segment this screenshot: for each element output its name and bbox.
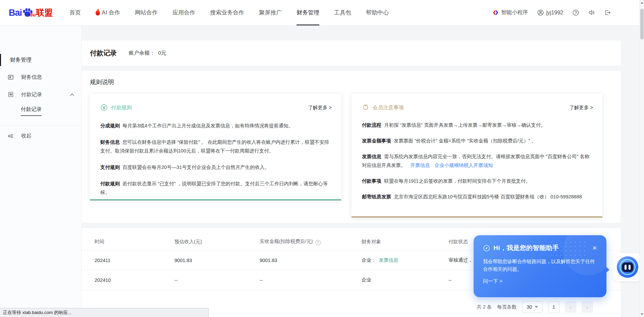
compass-icon	[483, 245, 490, 252]
assistant-title: Hi，我是您的智能助手	[493, 244, 559, 252]
current-page-button[interactable]: 1	[548, 301, 559, 313]
nav-item-ai[interactable]: AI 合作	[96, 0, 120, 25]
rule-paragraph: 分成规则每月第3或4个工作日产出上月分成信息及发票信息，如有特殊情况将提前通知。	[100, 121, 332, 130]
assistant-message: 我会帮助您诊断合作链路问题，以及解答您关于任何合作相关的问题。	[483, 258, 596, 273]
browser-status-bubble: 正在等待 xlab.baidu.com 的响应...	[0, 308, 209, 317]
balance-label: 账户余额：	[129, 50, 155, 56]
miniapp-entry[interactable]: 智能小程序	[492, 9, 528, 16]
logout-icon[interactable]	[604, 9, 611, 16]
miniapp-diamond-icon	[492, 9, 499, 16]
notice-paragraph: 发票信息需与系统内发票信息内容完全一致，否则无法支付。请根据发票信息页面中 “百…	[362, 152, 593, 170]
nav-item-search-biz[interactable]: 搜索业务合作	[210, 0, 244, 25]
collapse-label: 收起	[21, 132, 32, 139]
assistant-robot-button[interactable]	[617, 256, 638, 278]
logo-bai-text: Bai	[9, 8, 22, 18]
per-page-label: 每页条数	[497, 304, 517, 310]
logo-union-text: 联盟	[36, 7, 53, 18]
navbar-right-area: 智能小程序 jyj1992	[492, 9, 611, 16]
column-estimated-income: 预估收入(元)	[174, 234, 260, 250]
account-balance: 账户余额：0元	[129, 50, 166, 57]
close-icon[interactable]: ✕	[592, 245, 597, 252]
cell-entity: 企业：发票信息	[362, 250, 448, 270]
assistant-launcher-badge	[613, 253, 642, 281]
payment-record-icon	[8, 91, 14, 98]
ask-now-link[interactable]: 问一下 >	[483, 278, 597, 284]
total-count: 共 2 条	[477, 304, 492, 310]
money-icon	[100, 104, 108, 111]
column-received-amount: 实收金额(扣除税费后/元)?	[260, 234, 362, 250]
username-label: jyj1992	[546, 10, 563, 16]
cell-entity: 企业	[362, 270, 448, 290]
chevron-up-icon	[70, 93, 74, 96]
main-navigation: 首页 AI 合作 网站合作 应用合作 搜索业务合作 聚屏推广 财务管理 工具包 …	[69, 0, 389, 25]
scrollbar-thumb[interactable]	[640, 9, 644, 40]
rule-paragraph: 支付规则百度联盟会在每月20号—31号支付企业会员上个自然月产生的收入。	[100, 163, 332, 172]
prev-page-button[interactable]: ‹	[565, 301, 576, 313]
nav-item-screen-ads[interactable]: 聚屏推广	[259, 0, 282, 25]
learn-more-link[interactable]: 了解更多 >	[308, 105, 332, 111]
user-account[interactable]: jyj1992	[537, 9, 563, 16]
baidu-union-logo[interactable]: Bai du 联盟	[9, 7, 53, 18]
collapse-icon	[8, 133, 14, 139]
small-taxpayer-link[interactable]: 企业小规模纳税人开票须知	[435, 163, 493, 168]
scroll-up-arrow-icon[interactable]	[641, 2, 643, 4]
nav-item-finance[interactable]: 财务管理	[297, 0, 319, 25]
nav-item-toolkit[interactable]: 工具包	[334, 0, 351, 25]
learn-more-link[interactable]: 了解更多 >	[570, 105, 593, 111]
page-size-select[interactable]: 30	[522, 301, 543, 313]
logo-du-text: du	[30, 12, 36, 17]
notice-paragraph: 发票金额事项发票票面 “价税合计” 金额=系统中 “实收金额（扣除税费后/元）”…	[362, 136, 593, 145]
member-notice-card: 会员注意事项 了解更多 > 付款流程月初按 “发票信息” 页面开具发票→上传发票…	[352, 94, 602, 217]
next-page-button[interactable]: ›	[582, 301, 593, 313]
flame-icon	[96, 10, 100, 15]
pagination: 共 2 条 每页条数 30 1 ‹ ›	[477, 301, 593, 313]
column-time: 时间	[82, 234, 174, 250]
cell-received: 9001.83	[260, 250, 362, 270]
sidebar-divider	[0, 125, 81, 126]
page-header-panel: 付款记录 账户余额：0元	[82, 41, 621, 66]
rule-paragraph: 财务信息您可以在财务信息中选择 “保留付款” 。 在此期间您产生的收入将在账户内…	[100, 138, 332, 155]
sidebar: 财务管理 财务信息 付款记录 付款记录 收起	[0, 25, 81, 317]
notice-icon	[362, 104, 369, 111]
miniapp-label: 智能小程序	[501, 9, 528, 16]
chevron-down-icon	[535, 306, 538, 308]
assistant-popup: Hi，我是您的智能助手 ✕ 我会帮助您诊断合作链路问题，以及解答您关于任何合作相…	[474, 235, 606, 297]
cell-estimated: 9001.83	[174, 250, 260, 270]
sidebar-item-payment-record[interactable]: 付款记录	[0, 88, 81, 101]
sidebar-collapse-button[interactable]: 收起	[0, 132, 81, 139]
cell-time: 202411	[82, 250, 174, 270]
payment-rules-card: 付款规则 了解更多 > 分成规则每月第3或4个工作日产出上月分成信息及发票信息，…	[90, 94, 341, 200]
top-navbar: Bai du 联盟 首页 AI 合作 网站合作 应用合作 搜索业务合作 聚屏推广…	[0, 0, 644, 25]
sound-icon[interactable]	[588, 9, 595, 16]
vertical-scrollbar[interactable]	[639, 0, 644, 317]
rules-panel: 规则说明 付款规则 了解更多 > 分成规则每月第3或4个工作日产出上月分成信息及…	[82, 71, 621, 223]
user-icon	[537, 9, 544, 16]
info-icon[interactable]: ?	[315, 240, 321, 245]
cell-time: 202410	[82, 270, 174, 290]
help-icon[interactable]	[573, 9, 579, 16]
sidebar-item-label: 付款记录	[21, 91, 42, 98]
scroll-down-arrow-icon[interactable]	[641, 313, 643, 315]
robot-face-icon	[622, 262, 633, 272]
notice-paragraph: 付款流程月初按 “发票信息” 页面开具发票→上传发票→邮寄发票→审核→确认支付。	[362, 121, 593, 129]
page-title: 付款记录	[90, 49, 117, 58]
sidebar-item-label: 财务信息	[21, 74, 42, 81]
invoice-info-link[interactable]: 开票信息	[411, 163, 430, 168]
rule-paragraph: 付款规则若付款状态显示 “已支付” ，说明联盟已安排了您的付款。支付后三个工作日…	[100, 179, 332, 197]
cell-received: --	[260, 270, 362, 290]
card-title: 付款规则	[111, 104, 132, 111]
nav-item-app[interactable]: 应用合作	[172, 0, 195, 25]
sidebar-item-finance-info[interactable]: 财务信息	[0, 70, 81, 84]
card-title: 会员注意事项	[373, 104, 404, 111]
notice-paragraph: 付款事项联盟在每月19日之后签收的发票，付款时间安排在下个月首批支付。	[362, 177, 593, 185]
rules-section-title: 规则说明	[90, 78, 612, 86]
sidebar-subitem-payment-record[interactable]: 付款记录	[21, 106, 42, 116]
nav-item-website[interactable]: 网站合作	[135, 0, 158, 25]
sidebar-section-title: 财务管理	[0, 54, 81, 66]
status-text: 正在等待 xlab.baidu.com 的响应...	[3, 310, 71, 316]
notice-paragraph: 邮寄纸质发票北京市海淀区西北旺东路10号院百度科技园5号楼 百度联盟财务组（收）…	[362, 192, 593, 201]
nav-item-home[interactable]: 首页	[69, 0, 81, 25]
balance-value: 0元	[158, 50, 166, 56]
nav-item-help-center[interactable]: 帮助中心	[366, 0, 389, 25]
invoice-info-cell-link[interactable]: 发票信息	[379, 257, 398, 263]
